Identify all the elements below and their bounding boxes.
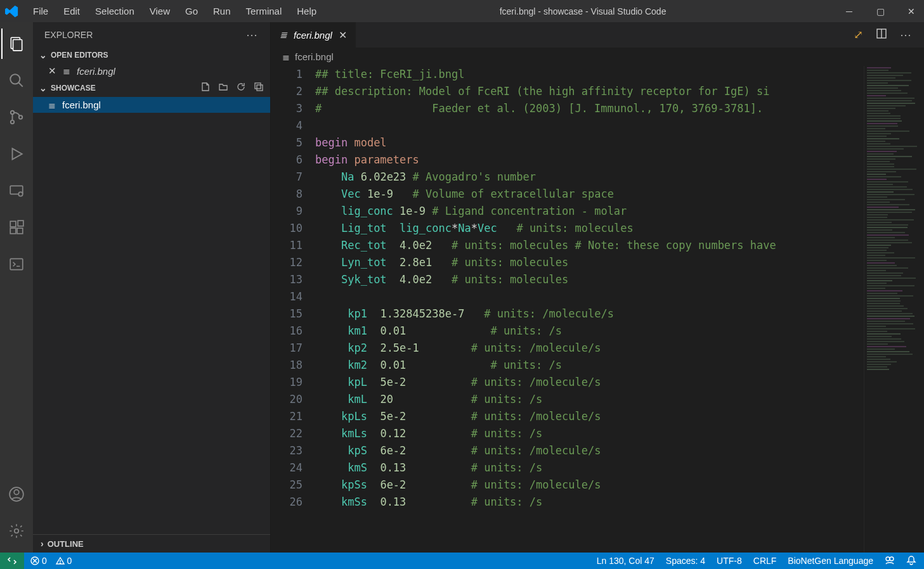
svg-point-5: [11, 120, 14, 124]
menu-terminal[interactable]: Terminal: [238, 3, 290, 20]
terminal-panel-icon[interactable]: [1, 249, 32, 279]
settings-gear-icon[interactable]: [1, 516, 32, 546]
explorer-sidebar: EXPLORER ⋯ ⌄ OPEN EDITORS ✕ ≣ fceri.bngl…: [33, 22, 271, 553]
file-icon: ≣: [48, 100, 56, 110]
search-icon[interactable]: [1, 65, 32, 96]
svg-line-3: [18, 82, 23, 87]
title-bar: FileEditSelectionViewGoRunTerminalHelp f…: [0, 0, 924, 22]
svg-point-2: [10, 74, 20, 84]
svg-rect-1: [13, 40, 22, 51]
language-mode[interactable]: BioNetGen Language: [788, 556, 873, 566]
minimize-button[interactable]: ─: [842, 6, 857, 16]
line-gutter: 1234567891011121314151617181920212223242…: [271, 66, 315, 553]
svg-rect-19: [257, 85, 263, 91]
open-editor-filename: fceri.bngl: [77, 66, 115, 77]
menu-edit[interactable]: Edit: [56, 3, 88, 20]
menu-help[interactable]: Help: [289, 3, 324, 20]
source-control-icon[interactable]: [1, 102, 32, 132]
menu-run[interactable]: Run: [205, 3, 238, 20]
close-editor-icon[interactable]: ✕: [48, 65, 56, 77]
menu-go[interactable]: Go: [178, 3, 205, 20]
debug-icon[interactable]: [1, 139, 32, 169]
activity-bar: [0, 22, 33, 553]
code-editor[interactable]: 1234567891011121314151617181920212223242…: [271, 66, 924, 553]
svg-point-16: [14, 490, 19, 495]
open-editors-header[interactable]: ⌄ OPEN EDITORS: [33, 48, 270, 63]
refresh-icon[interactable]: [236, 82, 246, 94]
close-button[interactable]: ✕: [904, 6, 919, 16]
maximize-button[interactable]: ▢: [873, 6, 888, 16]
editor-more-icon[interactable]: ⋯: [900, 28, 913, 42]
warnings-indicator[interactable]: 0: [56, 556, 72, 566]
menu-bar: FileEditSelectionViewGoRunTerminalHelp: [25, 3, 324, 20]
cursor-position[interactable]: Ln 130, Col 47: [597, 556, 654, 566]
menu-selection[interactable]: Selection: [88, 3, 142, 20]
sidebar-header: EXPLORER ⋯: [33, 22, 270, 48]
split-editor-icon[interactable]: [876, 28, 887, 42]
file-icon: ≣: [63, 66, 70, 76]
svg-point-9: [18, 192, 23, 196]
file-tree-item[interactable]: ≣ fceri.bngl: [33, 97, 270, 113]
editor-area: ≣ fceri.bngl ✕ ⤢ ⋯ ≣ fceri.bngl 12345678…: [271, 22, 924, 553]
file-icon: ≣: [282, 52, 290, 62]
close-tab-icon[interactable]: ✕: [339, 29, 347, 41]
tab-label: fceri.bngl: [294, 30, 332, 41]
open-editor-item[interactable]: ✕ ≣ fceri.bngl: [33, 63, 270, 79]
folder-name-label: SHOWCASE: [51, 84, 96, 93]
breadcrumb[interactable]: ≣ fceri.bngl: [271, 48, 924, 66]
window-title: fceri.bngl - showcase - Visual Studio Co…: [324, 6, 842, 16]
file-icon: ≣: [280, 30, 287, 40]
notifications-icon[interactable]: [906, 555, 916, 567]
svg-point-27: [886, 557, 890, 561]
window-controls: ─ ▢ ✕: [842, 6, 919, 16]
menu-file[interactable]: File: [25, 3, 56, 20]
svg-rect-18: [255, 83, 261, 89]
extensions-icon[interactable]: [1, 212, 32, 243]
tab-bar: ≣ fceri.bngl ✕ ⤢ ⋯: [271, 22, 924, 48]
svg-point-28: [890, 557, 894, 561]
svg-rect-13: [18, 221, 23, 226]
collapse-all-icon[interactable]: [254, 82, 264, 94]
sidebar-more-icon[interactable]: ⋯: [246, 28, 259, 42]
encoding[interactable]: UTF-8: [717, 556, 742, 566]
chevron-down-icon: ⌄: [39, 83, 47, 93]
new-folder-icon[interactable]: [218, 82, 228, 94]
svg-point-26: [60, 563, 60, 564]
compare-changes-icon[interactable]: ⤢: [854, 28, 863, 42]
editor-tab[interactable]: ≣ fceri.bngl ✕: [271, 22, 356, 48]
sidebar-title: EXPLORER: [44, 30, 93, 40]
chevron-down-icon: ⌄: [39, 50, 47, 60]
outline-header[interactable]: › OUTLINE: [33, 534, 270, 553]
svg-point-6: [19, 115, 22, 118]
svg-rect-12: [17, 228, 23, 234]
open-editors-label: OPEN EDITORS: [51, 51, 108, 60]
code-content[interactable]: ## title: FceRI_ji.bngl## description: M…: [315, 66, 924, 553]
chevron-right-icon: ›: [41, 539, 44, 549]
svg-marker-7: [13, 148, 22, 159]
explorer-icon[interactable]: [1, 29, 32, 59]
account-icon[interactable]: [1, 479, 32, 509]
new-file-icon[interactable]: [200, 82, 211, 94]
svg-rect-11: [10, 228, 16, 234]
breadcrumb-label: fceri.bngl: [295, 51, 334, 62]
svg-rect-14: [10, 259, 23, 269]
remote-explorer-icon[interactable]: [1, 176, 32, 206]
file-name-label: fceri.bngl: [62, 99, 101, 110]
errors-indicator[interactable]: 0: [30, 556, 47, 566]
menu-view[interactable]: View: [142, 3, 178, 20]
outline-label: OUTLINE: [48, 539, 84, 549]
minimap[interactable]: [864, 66, 924, 553]
svg-point-4: [11, 111, 14, 114]
status-bar: 0 0 Ln 130, Col 47 Spaces: 4 UTF-8 CRLF …: [0, 553, 924, 569]
svg-point-17: [15, 529, 19, 534]
feedback-icon[interactable]: [885, 555, 895, 567]
indentation[interactable]: Spaces: 4: [666, 556, 705, 566]
vscode-logo-icon: [5, 4, 19, 18]
eol[interactable]: CRLF: [753, 556, 777, 566]
folder-header[interactable]: ⌄ SHOWCASE: [33, 79, 270, 97]
svg-rect-10: [10, 221, 16, 227]
remote-indicator[interactable]: [0, 553, 24, 569]
